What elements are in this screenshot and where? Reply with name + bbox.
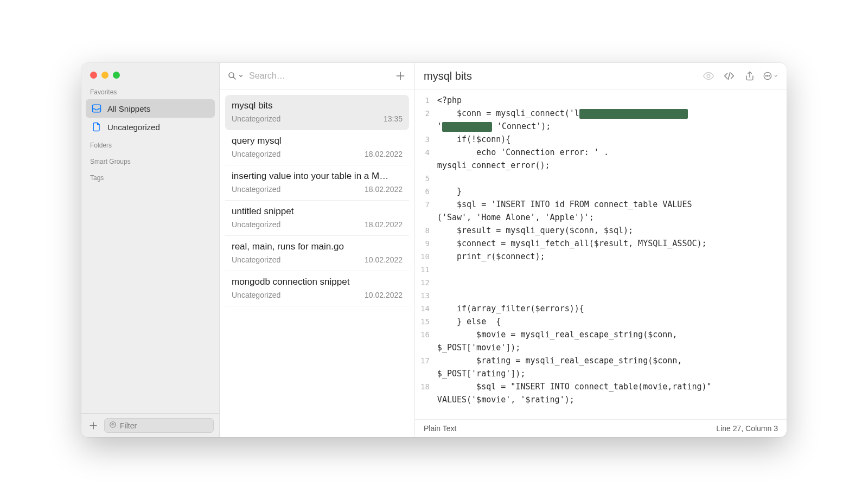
snippet-date: 18.02.2022 [365,150,403,158]
snippet-date: 18.02.2022 [365,220,403,229]
new-snippet-button[interactable] [394,69,407,82]
sidebar-header-folders: Folders [81,136,219,152]
code-line[interactable]: $_POST['movie']); [437,341,712,354]
code-line[interactable]: VALUES('$movie', '$rating'); [437,393,712,406]
sidebar-header-smartgroups: Smart Groups [81,152,219,169]
snippet-list: mysql bitsUncategorized13:35query mysqlU… [220,89,414,437]
code-line[interactable]: if(!$conn){ [437,133,712,146]
list-item[interactable]: inserting value into your table in a M…U… [225,165,409,201]
code-line[interactable] [437,263,712,276]
sidebar-header-favorites: Favorites [81,83,219,99]
add-button[interactable] [87,419,100,432]
maximize-icon[interactable] [113,72,120,79]
editor-pane: mysql bits 123456789101112131415161718 <… [415,63,787,437]
snippet-category: Uncategorized [232,220,280,229]
snippet-list-pane: mysql bitsUncategorized13:35query mysqlU… [220,63,415,437]
filter-input-wrap[interactable] [104,418,214,433]
tray-icon [91,103,102,114]
filter-input[interactable] [120,421,209,430]
code-line[interactable]: $connect = mysqli_fetch_all($result, MYS… [437,237,712,250]
svg-point-6 [767,75,768,76]
snippet-title: untitled snippet [232,206,403,217]
sidebar-item-all-snippets[interactable]: All Snippets [86,99,215,118]
snippet-category: Uncategorized [232,255,280,264]
code-editor[interactable]: 123456789101112131415161718 <?php $conn … [415,89,787,419]
list-item[interactable]: untitled snippetUncategorized18.02.2022 [225,201,409,236]
language-selector[interactable]: Plain Text [424,424,456,433]
code-line[interactable]: $sql = 'INSERT INTO id FROM connect_tabl… [437,198,712,211]
snippet-category: Uncategorized [232,114,280,123]
code-line[interactable]: ' 'Connect'); [437,120,712,133]
svg-point-7 [769,75,769,76]
sidebar-item-uncategorized[interactable]: Uncategorized [86,118,215,136]
app-window: Favorites All Snippets Uncategorized Fol… [81,63,787,437]
document-icon [91,121,102,132]
code-line[interactable]: $movie = mysqli_real_escape_string($conn… [437,328,712,341]
code-line[interactable]: } else { [437,315,712,328]
redacted-text [579,109,688,119]
code-line[interactable]: } [437,185,712,198]
editor-toolbar: mysql bits [415,63,787,89]
code-line[interactable]: echo 'Connection error: ' . [437,146,712,159]
search-input[interactable] [249,71,388,81]
snippet-date: 10.02.2022 [365,291,403,299]
code-line[interactable]: print_r($connect); [437,250,712,263]
close-icon[interactable] [90,72,97,79]
snippet-title: query mysql [232,136,403,146]
code-line[interactable]: $result = mysqli_query($conn, $sql); [437,224,712,237]
svg-point-3 [707,74,710,78]
sidebar: Favorites All Snippets Uncategorized Fol… [81,63,220,437]
snippet-title: inserting value into your table in a M… [232,171,403,182]
sidebar-header-tags: Tags [81,169,219,185]
snippet-date: 13:35 [384,114,403,123]
code-line[interactable]: $rating = mysqli_real_escape_string($con… [437,354,712,367]
status-bar: Plain Text Line 27, Column 3 [415,419,787,437]
svg-point-2 [229,73,234,78]
snippet-category: Uncategorized [232,291,280,299]
code-line[interactable]: $conn = mysqli_connect('l [437,107,712,120]
code-line[interactable] [437,276,712,289]
code-line[interactable]: $_POST['rating']); [437,367,712,380]
list-item[interactable]: mysql bitsUncategorized13:35 [225,95,409,130]
share-icon[interactable] [742,68,757,84]
editor-title[interactable]: mysql bits [424,70,695,82]
snippet-category: Uncategorized [232,185,280,194]
sidebar-footer [81,413,219,437]
list-item[interactable]: query mysqlUncategorized18.02.2022 [225,130,409,165]
code-line[interactable]: $sql = "INSERT INTO connect_table(movie,… [437,380,712,393]
preview-icon [701,68,716,84]
snippet-category: Uncategorized [232,150,280,158]
sidebar-item-label: All Snippets [107,104,150,113]
snippet-date: 18.02.2022 [365,185,403,194]
list-toolbar [220,63,414,89]
sidebar-item-label: Uncategorized [107,123,160,132]
list-item[interactable]: mongodb connection snippetUncategorized1… [225,271,409,306]
cursor-position: Line 27, Column 3 [716,424,778,433]
filter-icon [109,421,117,430]
code-line[interactable]: ('Saw', 'Home Alone', 'Apple')'; [437,211,712,224]
redacted-text [442,122,492,132]
window-controls [81,63,219,83]
code-line[interactable]: if(array_filter($errors)){ [437,302,712,315]
code-content[interactable]: <?php $conn = mysqli_connect('l' 'Connec… [437,94,720,415]
snippet-title: mongodb connection snippet [232,277,403,287]
more-icon[interactable] [763,68,778,84]
search-icon[interactable] [227,71,244,81]
code-line[interactable] [437,289,712,302]
svg-point-5 [765,75,766,76]
code-icon[interactable] [722,68,737,84]
list-item[interactable]: real, main, runs for main.goUncategorize… [225,236,409,271]
code-line[interactable]: mysqli_connect_error(); [437,159,712,172]
snippet-title: real, main, runs for main.go [232,241,403,252]
code-line[interactable]: <?php [437,94,712,107]
line-gutter: 123456789101112131415161718 [415,94,437,415]
svg-rect-0 [93,105,101,112]
minimize-icon[interactable] [101,72,108,79]
code-line[interactable] [437,172,712,185]
snippet-date: 10.02.2022 [365,255,403,264]
snippet-title: mysql bits [232,100,403,111]
